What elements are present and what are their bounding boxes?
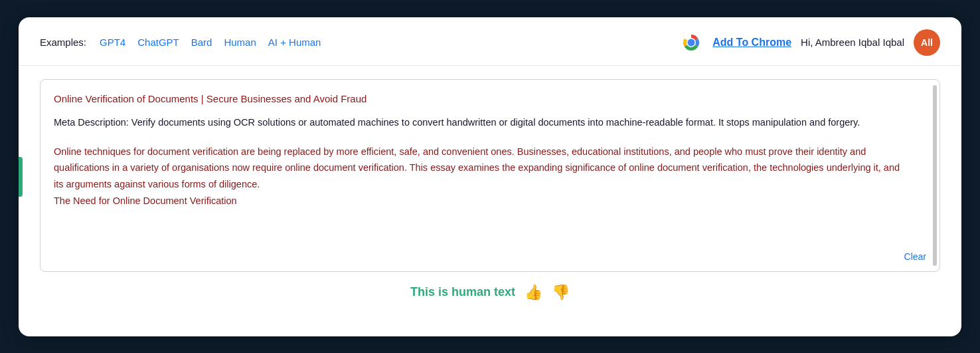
result-row: This is human text 👍 👎 (40, 272, 940, 308)
text-box[interactable]: Online Verification of Documents | Secur… (40, 79, 940, 272)
example-links: GPT4 ChatGPT Bard Human AI + Human (100, 37, 321, 48)
header-right: Add To Chrome Hi, Ambreen Iqbal Iqbal Al… (679, 29, 940, 56)
header-row: Examples: GPT4 ChatGPT Bard Human AI + H… (19, 17, 961, 66)
example-link-bard[interactable]: Bard (191, 37, 212, 48)
example-link-ai-human[interactable]: AI + Human (268, 37, 321, 48)
avatar-button[interactable]: All (914, 29, 940, 56)
main-card: Examples: GPT4 ChatGPT Bard Human AI + H… (19, 17, 961, 336)
body-text: Online techniques for document verificat… (54, 144, 908, 209)
svg-point-2 (688, 39, 695, 46)
examples-label: Examples: (40, 37, 86, 48)
thumbs-up-icon[interactable]: 👍 (525, 284, 542, 301)
hi-text: Hi, Ambreen Iqbal Iqbal (801, 37, 904, 48)
clear-button[interactable]: Clear (904, 251, 926, 262)
meta-description: Meta Description: Verify documents using… (54, 115, 908, 130)
example-link-human[interactable]: Human (224, 37, 256, 48)
example-link-chatgpt[interactable]: ChatGPT (137, 37, 179, 48)
document-title: Online Verification of Documents | Secur… (54, 93, 908, 104)
add-to-chrome-link[interactable]: Add To Chrome (712, 37, 791, 49)
examples-section: Examples: GPT4 ChatGPT Bard Human AI + H… (40, 37, 679, 48)
chrome-icon (679, 31, 703, 55)
left-accent-bar (19, 157, 23, 197)
content-area: Online Verification of Documents | Secur… (19, 66, 961, 318)
example-link-gpt4[interactable]: GPT4 (100, 37, 125, 48)
result-label: This is human text (410, 285, 515, 299)
thumbs-down-icon[interactable]: 👎 (552, 284, 570, 301)
